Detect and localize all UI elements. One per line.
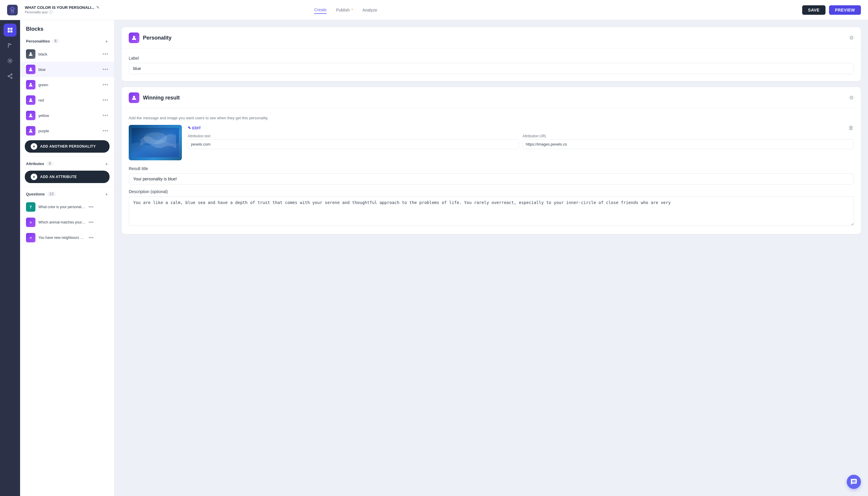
question-item-3[interactable]: ≡ You have new neighbours mo... ••• [20,230,114,245]
add-attribute-icon: + [31,174,37,180]
winning-result-title-area: Winning result [129,92,180,103]
personalities-section-header[interactable]: Personalities 6 ▲ [20,36,114,46]
attribution-text-input[interactable] [188,139,519,149]
logo-icon [7,5,18,15]
save-button[interactable]: SAVE [802,5,825,15]
image-actions: ✎ EDIT 🗑 [188,125,854,131]
attributes-label: Attributes [26,161,44,166]
main-layout: Blocks Personalities 6 ▲ black ••• [0,20,868,496]
person-icon [28,128,33,133]
image-meta: ✎ EDIT 🗑 Attribution text Attribut [188,125,854,149]
blocks-header: Blocks [20,20,114,36]
question-menu-1[interactable]: ••• [89,204,94,210]
questions-list: T What color is your personality? ••• ≡ … [20,199,114,245]
question-menu-2[interactable]: ••• [89,220,94,225]
personality-name-green: green [38,83,99,87]
top-nav: Create Publish * Analyze [314,6,377,14]
attributes-chevron: ▲ [105,161,108,166]
questions-section-header[interactable]: Questions 13 ▲ [20,189,114,199]
attributes-section-header[interactable]: Attributes 0 ▲ [20,158,114,169]
personality-card-title: Personality [143,35,172,41]
label-input[interactable] [129,63,854,74]
quiz-type: Personality quiz [25,10,48,14]
personality-menu-red[interactable]: ••• [103,97,108,103]
sidebar-icon-grid[interactable] [3,24,17,36]
sidebar-icon-flag[interactable] [3,39,17,52]
personality-card-icon [129,32,139,43]
personality-avatar-purple [26,126,35,136]
edit-image-button[interactable]: ✎ EDIT [188,126,201,130]
add-personality-icon: + [31,143,37,150]
trophy-icon [131,95,137,100]
personality-name-red: red [38,98,99,103]
personality-item-blue[interactable]: blue ••• [20,62,114,77]
info-icon[interactable]: ⓘ [49,10,52,15]
personality-name-yellow: yellow [38,113,99,118]
personality-item-black[interactable]: black ••• [20,46,114,62]
question-avatar-2: ≡ [26,218,35,227]
description-textarea[interactable]: You are like a calm, blue sea and have a… [129,196,854,226]
personality-menu-blue[interactable]: ••• [103,67,108,72]
question-item-2[interactable]: ≡ Which animal matches your n... ••• [20,215,114,230]
sidebar-icon-settings[interactable] [3,54,17,67]
chat-icon [850,478,857,485]
personality-item-yellow[interactable]: yellow ••• [20,108,114,123]
sidebar-icon-share[interactable] [3,70,17,83]
add-personality-button[interactable]: + ADD ANOTHER PERSONALITY [25,140,110,153]
share-icon [7,73,13,79]
question-avatar-1: T [26,202,35,212]
chat-bubble[interactable] [847,475,861,489]
personalities-count: 6 [52,39,59,43]
personality-item-green[interactable]: green ••• [20,77,114,92]
result-title-group: Result title [129,166,854,185]
topbar-actions: SAVE PREVIEW [802,5,861,15]
personality-menu-black[interactable]: ••• [103,51,108,57]
winning-result-card-body: Add the message and image you want users… [122,109,861,234]
nav-analyze[interactable]: Analyze [362,6,377,14]
question-text-1: What color is your personality? [38,205,86,209]
delete-image-button[interactable]: 🗑 [849,125,854,131]
person-icon [28,98,33,103]
personality-item-purple[interactable]: purple ••• [20,123,114,138]
personality-item-red[interactable]: red ••• [20,92,114,108]
logo[interactable] [7,5,18,15]
sidebar-icons [0,20,20,496]
attribution-text-label: Attribution text [188,134,519,138]
quiz-title: WHAT COLOR IS YOUR PERSONALI... [25,5,94,10]
result-title-input[interactable] [129,173,854,185]
attribution-row: Attribution text Attribution URL [188,134,854,149]
personality-card-gear[interactable]: ⚙ [849,34,854,41]
personality-card-body: Label [122,49,861,81]
attribution-url-input[interactable] [523,139,854,149]
question-item-1[interactable]: T What color is your personality? ••• [20,199,114,215]
winning-result-card-gear[interactable]: ⚙ [849,94,854,101]
svg-point-10 [30,52,32,54]
personality-menu-purple[interactable]: ••• [103,128,108,134]
personality-avatar-yellow [26,111,35,120]
blocks-panel: Blocks Personalities 6 ▲ black ••• [20,20,114,496]
nav-create[interactable]: Create [314,6,327,14]
preview-button[interactable]: PREVIEW [829,5,861,15]
winning-result-description: Add the message and image you want users… [129,116,854,120]
personality-avatar-blue [26,65,35,74]
svg-point-6 [10,60,11,62]
topbar: WHAT COLOR IS YOUR PERSONALI... ✎ Person… [0,0,868,20]
personalities-label: Personalities [26,39,50,43]
svg-point-13 [30,98,32,100]
description-group: Description (optional) You are like a ca… [129,189,854,227]
personality-menu-green[interactable]: ••• [103,82,108,88]
winning-result-card: Winning result ⚙ Add the message and ima… [122,87,861,234]
question-menu-3[interactable]: ••• [89,235,94,240]
nav-publish[interactable]: Publish * [336,6,353,14]
edit-title-icon[interactable]: ✎ [96,5,99,10]
personality-name-purple: purple [38,129,99,133]
personality-name-blue: blue [38,67,99,72]
svg-point-16 [133,36,135,38]
main-content: Personality ⚙ Label Winning result ⚙ [114,20,868,496]
add-attribute-button[interactable]: + ADD AN ATTRIBUTE [25,171,110,183]
add-attribute-label: ADD AN ATTRIBUTE [40,175,77,179]
label-field-label: Label [129,56,854,61]
svg-rect-3 [10,28,12,30]
personality-menu-yellow[interactable]: ••• [103,113,108,118]
svg-point-14 [30,114,32,115]
